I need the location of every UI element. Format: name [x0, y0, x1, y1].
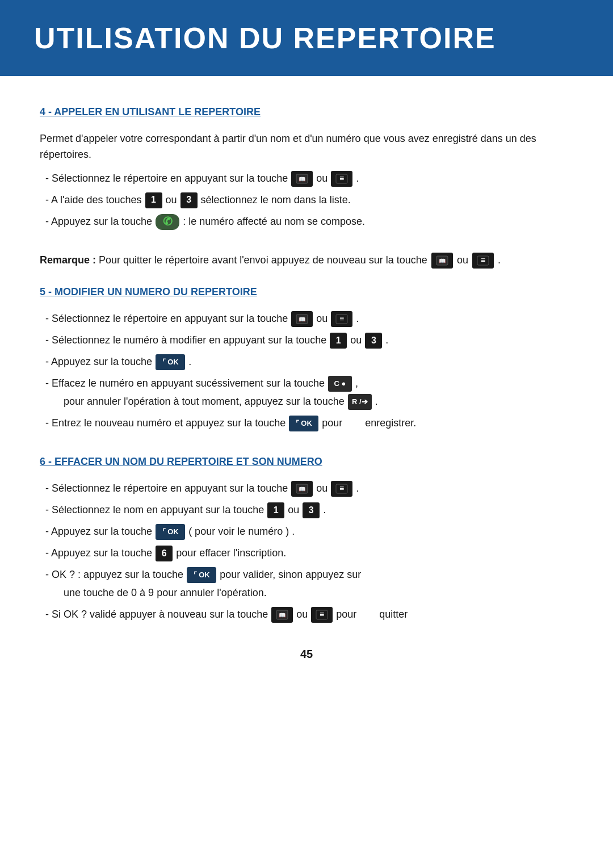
bullet-6-4: - Appuyez sur la touche 6 pour effacer l… — [45, 546, 573, 561]
page-title: UTILISATION DU REPERTOIRE — [34, 16, 579, 60]
svg-text:📖: 📖 — [299, 485, 306, 493]
book2-btn-6-6: ≡ — [311, 607, 333, 623]
main-content: 4 - APPELER EN UTILISANT LE REPERTOIRE P… — [0, 104, 613, 662]
ok-btn-5-3: ⌜ OK — [156, 354, 185, 370]
ok-btn-6-5: ⌜ OK — [187, 567, 216, 583]
page-number: 45 — [40, 645, 573, 662]
bullet-4-1: - Sélectionnez le répertoire en appuyant… — [45, 171, 573, 187]
header-banner: UTILISATION DU REPERTOIRE — [0, 0, 613, 76]
svg-text:📖: 📖 — [299, 316, 306, 323]
r-btn-5-4: R /➔ — [348, 394, 372, 410]
section-6: 6 - EFFACER UN NOM DU REPERTOIRE ET SON … — [40, 454, 573, 623]
bullet-5-5: - Entrez le nouveau numéro et appuyez su… — [45, 416, 573, 431]
bullet-6-1: - Sélectionnez le répertoire en appuyant… — [45, 481, 573, 497]
num3-btn-5-2: 3 — [365, 333, 382, 349]
bullet-6-3: - Appuyez sur la touche ⌜ OK ( pour voir… — [45, 524, 573, 540]
bullet-5-4: - Effacez le numéro en appuyant sucéssiv… — [45, 376, 573, 410]
bullet-4-3: - Appuyez sur la touche ✆ : le numéro af… — [45, 214, 573, 230]
section-5-title: 5 - MODIFIER UN NUMERO DU REPERTOIRE — [40, 284, 573, 300]
svg-text:≡: ≡ — [339, 174, 344, 183]
page: UTILISATION DU REPERTOIRE 4 - APPELER EN… — [0, 0, 613, 868]
svg-text:📖: 📖 — [279, 611, 286, 619]
ok-btn-6-3: ⌜ OK — [156, 524, 185, 540]
num1-btn-5-2: 1 — [330, 333, 347, 349]
svg-text:≡: ≡ — [339, 484, 344, 493]
svg-text:≡: ≡ — [339, 314, 344, 323]
svg-text:≡: ≡ — [481, 255, 485, 265]
section-4: 4 - APPELER EN UTILISANT LE REPERTOIRE P… — [40, 104, 573, 230]
bullet-5-1: - Sélectionnez le répertoire en appuyant… — [45, 311, 573, 327]
call-btn-4-3: ✆ — [156, 214, 179, 230]
svg-text:📖: 📖 — [299, 175, 306, 183]
ok-btn-5-5: ⌜ OK — [289, 416, 318, 431]
book2-btn-5-1: ≡ — [331, 311, 352, 327]
bullet-6-6: - Si OK ? validé appuyer à nouveau sur l… — [45, 607, 573, 623]
book1-btn-5-1: 📖 — [291, 311, 313, 327]
bullet-4-2: - A l'aide des touches 1 ou 3 sélectionn… — [45, 192, 573, 208]
bullet-5-3: - Appuyez sur la touche ⌜ OK . — [45, 354, 573, 370]
num3-btn-6-2: 3 — [303, 502, 320, 518]
svg-text:📖: 📖 — [439, 257, 446, 265]
bullet-6-5: - OK ? : appuyez sur la touche ⌜ OK pour… — [45, 567, 573, 601]
section-6-title: 6 - EFFACER UN NOM DU REPERTOIRE ET SON … — [40, 454, 573, 469]
note-block-4: Remarque : Pour quitter le répertoire av… — [40, 253, 573, 269]
section-5: 5 - MODIFIER UN NUMERO DU REPERTOIRE - S… — [40, 284, 573, 431]
bullet-6-2: - Sélectionnez le nom en appuyant sur la… — [45, 502, 573, 518]
num3-btn-4-2: 3 — [180, 192, 198, 208]
num1-btn-6-2: 1 — [267, 502, 284, 518]
book2-button-4-1: ≡ — [331, 171, 352, 187]
book2-note: ≡ — [472, 253, 494, 269]
book1-button-4-1: 📖 — [291, 171, 313, 187]
svg-text:≡: ≡ — [320, 610, 324, 619]
book1-btn-6-6: 📖 — [271, 607, 293, 623]
section-4-intro: Permet d'appeler votre correspondant à p… — [40, 131, 573, 163]
bullet-5-2: - Sélectionnez le numéro à modifier en a… — [45, 333, 573, 349]
num1-btn-4-2: 1 — [145, 192, 162, 208]
book1-btn-6-1: 📖 — [291, 481, 313, 497]
book1-note: 📖 — [431, 253, 453, 269]
num6-btn-6-4: 6 — [156, 546, 173, 561]
book2-btn-6-1: ≡ — [331, 481, 352, 497]
section-4-title: 4 - APPELER EN UTILISANT LE REPERTOIRE — [40, 104, 573, 120]
c-btn-5-4: C ● — [328, 376, 352, 392]
